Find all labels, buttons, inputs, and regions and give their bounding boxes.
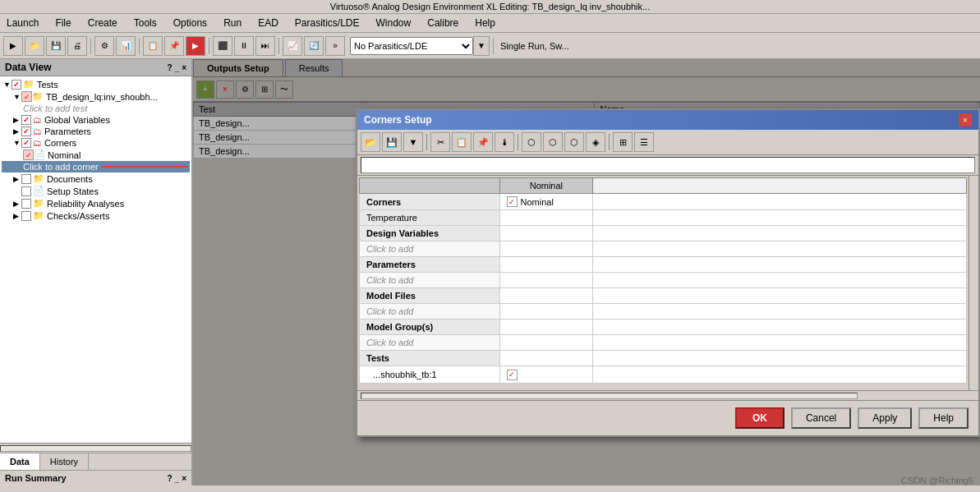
row-dv-value[interactable] — [499, 226, 593, 241]
dlg-cut-btn[interactable]: ✂ — [430, 132, 450, 152]
checkbox-params[interactable] — [21, 126, 31, 136]
dlg-save-btn[interactable]: 💾 — [382, 132, 402, 152]
expand-docs[interactable]: ▶ — [13, 175, 21, 183]
row-cta3-value[interactable] — [499, 304, 593, 320]
expand-tests[interactable]: ▼ — [3, 80, 12, 89]
parasitic-dropdown[interactable]: No Parasitics/LDE — [350, 37, 473, 55]
step-btn[interactable]: ⏭ — [255, 36, 275, 56]
open-btn[interactable]: 📁 — [25, 36, 44, 56]
row-corners-nominal[interactable]: Nominal — [499, 194, 593, 210]
tree-global-vars[interactable]: ▶ 🗂 Global Variables — [2, 114, 190, 126]
>>-btn[interactable]: » — [325, 36, 345, 56]
pause-btn[interactable]: ⏸ — [234, 36, 254, 56]
run-min-icon[interactable]: _ — [175, 474, 180, 483]
menu-launch[interactable]: Launch — [3, 16, 42, 30]
monitor-btn[interactable]: 📊 — [116, 36, 136, 56]
row-stb-value[interactable] — [499, 366, 593, 384]
menu-tools[interactable]: Tools — [131, 16, 160, 30]
tree-documents[interactable]: ▶ 📁 Documents — [2, 172, 190, 185]
dlg-list-btn[interactable]: ☰ — [634, 132, 654, 152]
expand-rel[interactable]: ▶ — [13, 200, 21, 208]
dialog-close-btn[interactable]: × — [959, 113, 972, 126]
row-temp-value[interactable] — [499, 210, 593, 226]
checkbox-chk[interactable] — [21, 211, 31, 221]
dlg-thermo-btn[interactable]: 🌡 — [495, 132, 514, 152]
menu-window[interactable]: Window — [373, 16, 415, 30]
v-scrollbar-dialog[interactable] — [968, 176, 978, 390]
dlg-open-btn[interactable]: 📂 — [361, 132, 380, 152]
tree-add-corner[interactable]: Click to add corner — [2, 161, 190, 172]
tree-params[interactable]: ▶ 🗂 Parameters — [2, 126, 190, 137]
tree-checks[interactable]: ▶ 📁 Checks/Asserts — [2, 209, 190, 222]
help-button[interactable]: Help — [918, 407, 968, 429]
expand-chk[interactable]: ▶ — [13, 212, 21, 220]
row-cta2-value[interactable] — [499, 273, 593, 288]
expand-tb[interactable]: ▼ — [13, 93, 21, 101]
copy-btn[interactable]: 📋 — [143, 36, 163, 56]
save-btn[interactable]: 💾 — [46, 36, 66, 56]
run-close-icon[interactable]: × — [182, 474, 186, 483]
checkbox-tests[interactable] — [12, 80, 21, 90]
dlg-corner3-btn[interactable]: ⬡ — [564, 132, 584, 152]
dlg-copy-btn[interactable]: 📋 — [452, 132, 472, 152]
row-params-value[interactable] — [499, 257, 593, 273]
menu-calibre[interactable]: Calibre — [424, 16, 462, 30]
expand-params[interactable]: ▶ — [13, 127, 21, 136]
close-icon[interactable]: × — [182, 63, 186, 72]
settings-btn[interactable]: ⚙ — [94, 36, 114, 56]
run-help-icon[interactable]: ? — [167, 474, 172, 483]
tree-add-test[interactable]: Click to add test — [2, 103, 190, 114]
stop-btn[interactable]: ⬛ — [213, 36, 232, 56]
dlg-corner4-btn[interactable]: ◈ — [586, 132, 605, 152]
row-mg-value[interactable] — [499, 320, 593, 335]
tab-history[interactable]: History — [40, 453, 89, 470]
checkbox-docs[interactable] — [21, 174, 31, 184]
tree-corners[interactable]: ▼ 🗂 Corners — [2, 137, 190, 149]
help-icon[interactable]: ? — [167, 63, 172, 72]
dlg-arrow-btn[interactable]: ▼ — [403, 132, 423, 152]
tree-tb-design[interactable]: ▼ 📁 TB_design_lq:inv_shoubh... — [2, 90, 190, 103]
run-btn[interactable]: ▶ — [186, 36, 205, 56]
h-scrollbar[interactable] — [0, 443, 191, 453]
row-mf-value[interactable] — [499, 288, 593, 304]
parasitic-settings-btn[interactable]: ▼ — [473, 36, 490, 56]
checkbox-gv[interactable] — [21, 115, 31, 125]
h-scrollbar-dialog[interactable] — [357, 390, 978, 400]
row-cta4-value[interactable] — [499, 335, 593, 351]
row-cta1-label[interactable]: Click to add — [360, 241, 500, 257]
row-cta4-label[interactable]: Click to add — [360, 335, 500, 351]
expand-corners[interactable]: ▼ — [13, 139, 21, 147]
refresh-btn[interactable]: 🔄 — [304, 36, 324, 56]
expand-gv[interactable]: ▶ — [13, 116, 21, 124]
apply-button[interactable]: Apply — [858, 407, 912, 429]
row-cta3-label[interactable]: Click to add — [360, 304, 500, 320]
tree-nominal[interactable]: 📄 Nominal — [2, 149, 190, 161]
tree-setup-states[interactable]: ▶ 📄 Setup States — [2, 185, 190, 197]
dlg-corner1-btn[interactable]: ⬡ — [522, 132, 541, 152]
menu-create[interactable]: Create — [85, 16, 121, 30]
dlg-table-btn[interactable]: ⊞ — [613, 132, 633, 152]
checkbox-ss[interactable] — [21, 186, 31, 196]
print-btn[interactable]: 🖨 — [67, 36, 87, 56]
nominal-checkbox[interactable] — [507, 196, 518, 207]
menu-help[interactable]: Help — [472, 16, 499, 30]
row-cta2-label[interactable]: Click to add — [360, 273, 500, 288]
tab-data[interactable]: Data — [0, 453, 40, 470]
tree-reliability[interactable]: ▶ 📁 Reliability Analyses — [2, 197, 190, 209]
row-tests-value[interactable] — [499, 351, 593, 366]
launch-btn[interactable]: ▶ — [3, 36, 23, 56]
menu-options[interactable]: Options — [170, 16, 210, 30]
stb-checkbox[interactable] — [507, 370, 518, 380]
ok-button[interactable]: OK — [735, 407, 784, 429]
cancel-button[interactable]: Cancel — [791, 407, 851, 429]
corner-name-input[interactable] — [361, 157, 975, 173]
checkbox-corners[interactable] — [21, 138, 31, 148]
row-cta1-value[interactable] — [499, 241, 593, 257]
minimize-icon[interactable]: _ — [175, 63, 180, 72]
menu-run[interactable]: Run — [220, 16, 245, 30]
menu-ead[interactable]: EAD — [255, 16, 282, 30]
menu-parasitics[interactable]: Parasitics/LDE — [292, 16, 363, 30]
dlg-corner2-btn[interactable]: ⬡ — [543, 132, 563, 152]
tree-tests[interactable]: ▼ 📁 Tests — [2, 78, 190, 90]
dlg-paste-btn[interactable]: 📌 — [473, 132, 493, 152]
